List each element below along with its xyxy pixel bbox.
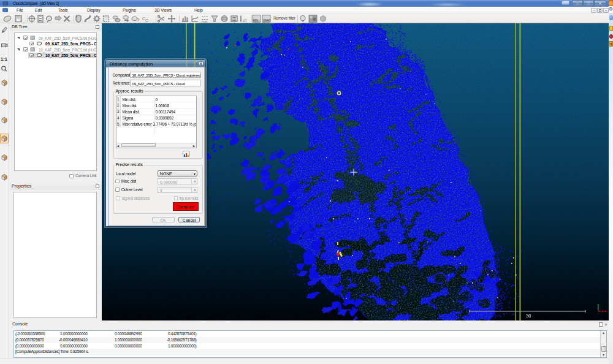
svg-text:EDL: EDL (253, 19, 259, 22)
svg-text:1:1: 1:1 (1, 56, 7, 62)
svg-text:?: ? (137, 17, 140, 23)
svg-text:30: 30 (526, 313, 531, 319)
svg-text:SSAO: SSAO (263, 19, 271, 22)
svg-text:C: C (145, 18, 148, 23)
svg-text:.df: .df (242, 18, 246, 23)
